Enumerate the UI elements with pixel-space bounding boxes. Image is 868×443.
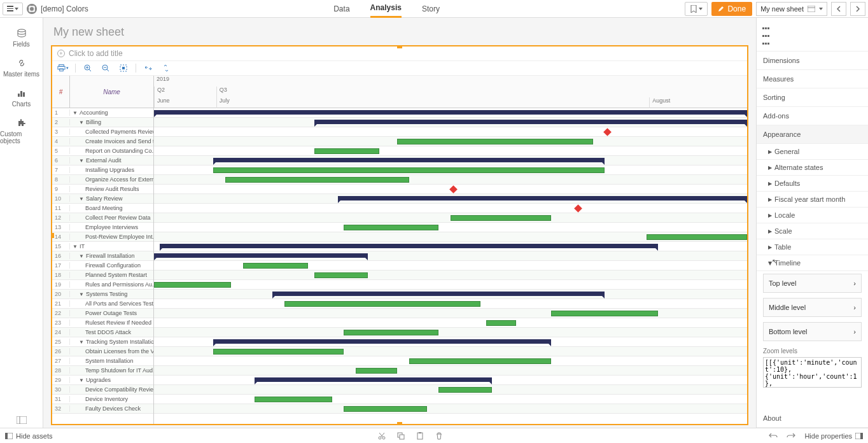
props-alternate-states[interactable]: ▶Alternate states: [757, 160, 868, 176]
tree-toggle[interactable]: ▼: [79, 292, 84, 297]
nav-story[interactable]: Story: [422, 1, 440, 17]
timeline-bottom-level[interactable]: Bottom level›: [763, 322, 862, 341]
gantt-row[interactable]: [154, 395, 747, 404]
gantt-row[interactable]: [154, 127, 747, 137]
gantt-row[interactable]: [154, 223, 747, 232]
expand-all-button[interactable]: [143, 62, 154, 74]
table-row[interactable]: 30Device Compatibility Revie...: [52, 385, 153, 395]
milestone-diamond[interactable]: [574, 204, 582, 213]
milestone-diamond[interactable]: [603, 128, 612, 136]
table-row[interactable]: 24Test DDOS Attack: [52, 328, 153, 337]
task-bar[interactable]: [284, 301, 480, 307]
table-row[interactable]: 32Faulty Devices Check: [52, 404, 153, 414]
gantt-row[interactable]: [154, 318, 747, 328]
delete-button[interactable]: [435, 432, 443, 440]
table-row[interactable]: 27System Installation: [52, 356, 153, 366]
props-fiscal[interactable]: ▶Fiscal year start month: [757, 192, 868, 207]
summary-bar[interactable]: [255, 377, 492, 382]
next-sheet-button[interactable]: [850, 2, 865, 16]
props-timeline[interactable]: ▶Timeline ↖: [757, 255, 868, 271]
props-locale[interactable]: ▶Locale: [757, 207, 868, 223]
table-row[interactable]: 1▼Accounting: [52, 108, 153, 118]
task-bar[interactable]: [314, 272, 368, 278]
nav-analysis[interactable]: Analysis: [370, 0, 402, 18]
tree-toggle[interactable]: ▼: [73, 110, 78, 116]
table-row[interactable]: 15▼IT: [52, 242, 153, 251]
task-bar[interactable]: [356, 368, 397, 374]
sheet-title[interactable]: My new sheet: [51, 25, 748, 39]
gantt-row[interactable]: [154, 194, 747, 204]
task-bar[interactable]: [243, 263, 309, 269]
tree-toggle[interactable]: ▼: [79, 120, 84, 125]
table-row[interactable]: 3Collected Payments Review: [52, 127, 153, 137]
hide-properties-button[interactable]: Hide properties: [804, 432, 863, 440]
gantt-row[interactable]: [154, 328, 747, 337]
main-menu-button[interactable]: [3, 3, 23, 15]
redo-button[interactable]: [787, 433, 795, 439]
tree-toggle[interactable]: ▼: [79, 339, 84, 345]
gantt-row[interactable]: [154, 376, 747, 385]
sheet-selector[interactable]: My new sheet: [756, 2, 827, 16]
summary-bar[interactable]: [338, 196, 747, 200]
cut-button[interactable]: [378, 432, 386, 440]
gantt-row[interactable]: [154, 108, 747, 118]
expand-icon[interactable]: [17, 416, 27, 424]
task-bar[interactable]: [397, 139, 593, 144]
task-bar[interactable]: [344, 406, 426, 412]
visualization-container[interactable]: + Click to add title ▾: [51, 45, 748, 425]
summary-bar[interactable]: [213, 339, 551, 344]
resize-handle-top[interactable]: [397, 45, 402, 48]
gantt-row[interactable]: [154, 175, 747, 185]
table-row[interactable]: 13Employee Interviews: [52, 223, 153, 232]
table-row[interactable]: 11Board Meeting: [52, 204, 153, 213]
table-row[interactable]: 18Planned System Restart: [52, 271, 153, 280]
gantt-row[interactable]: [154, 337, 747, 347]
column-header-name[interactable]: Name: [70, 76, 153, 108]
gantt-row[interactable]: [154, 366, 747, 376]
task-bar[interactable]: [438, 387, 492, 393]
table-row[interactable]: 10▼Salary Review: [52, 194, 153, 204]
table-row[interactable]: 14Post-Review Employee Int...: [52, 232, 153, 242]
gantt-row[interactable]: [154, 242, 747, 251]
tree-toggle[interactable]: ▼: [73, 244, 78, 250]
gantt-row[interactable]: [154, 271, 747, 280]
sidebar-fields[interactable]: Fields: [0, 23, 43, 53]
table-row[interactable]: 6▼External Audit: [52, 156, 153, 165]
tree-toggle[interactable]: ▼: [79, 377, 84, 383]
task-bar[interactable]: [314, 148, 380, 154]
task-bar[interactable]: [451, 215, 551, 221]
table-row[interactable]: 7Installing Upgrades: [52, 165, 153, 175]
summary-bar[interactable]: [314, 120, 747, 124]
zoom-out-button[interactable]: [100, 62, 111, 74]
gantt-row[interactable]: [154, 385, 747, 395]
tree-toggle[interactable]: ▼: [79, 253, 84, 259]
gantt-row[interactable]: [154, 204, 747, 213]
gantt-row[interactable]: [154, 156, 747, 165]
collapse-all-button[interactable]: [160, 62, 172, 74]
tree-toggle[interactable]: ▼: [79, 158, 84, 164]
table-row[interactable]: 9Review Audit Results: [52, 185, 153, 194]
sidebar-master-items[interactable]: Master items: [0, 53, 43, 83]
gantt-row[interactable]: [154, 299, 747, 309]
task-bar[interactable]: [344, 330, 438, 335]
summary-bar[interactable]: [154, 253, 368, 258]
timeline-middle-level[interactable]: Middle level›: [763, 298, 862, 317]
paste-button[interactable]: [416, 432, 424, 440]
table-row[interactable]: 19Rules and Permissions Au...: [52, 280, 153, 290]
task-bar[interactable]: [344, 225, 438, 230]
summary-bar[interactable]: [160, 244, 658, 248]
gantt-row[interactable]: [154, 309, 747, 318]
undo-button[interactable]: [769, 433, 778, 439]
table-row[interactable]: 22Power Outage Tests: [52, 309, 153, 318]
props-defaults[interactable]: ▶Defaults: [757, 176, 868, 192]
fit-button[interactable]: [118, 62, 129, 74]
props-sorting[interactable]: Sorting: [757, 88, 868, 107]
gantt-row[interactable]: [154, 404, 747, 414]
sidebar-custom-objects[interactable]: Custom objects: [0, 113, 43, 150]
gantt-row[interactable]: [154, 213, 747, 223]
table-row[interactable]: 21All Ports and Services Test: [52, 299, 153, 309]
gantt-row[interactable]: [154, 146, 747, 156]
sidebar-charts[interactable]: Charts: [0, 83, 43, 113]
done-button[interactable]: Done: [711, 2, 752, 16]
table-row[interactable]: 16▼Firewall Installation: [52, 251, 153, 261]
